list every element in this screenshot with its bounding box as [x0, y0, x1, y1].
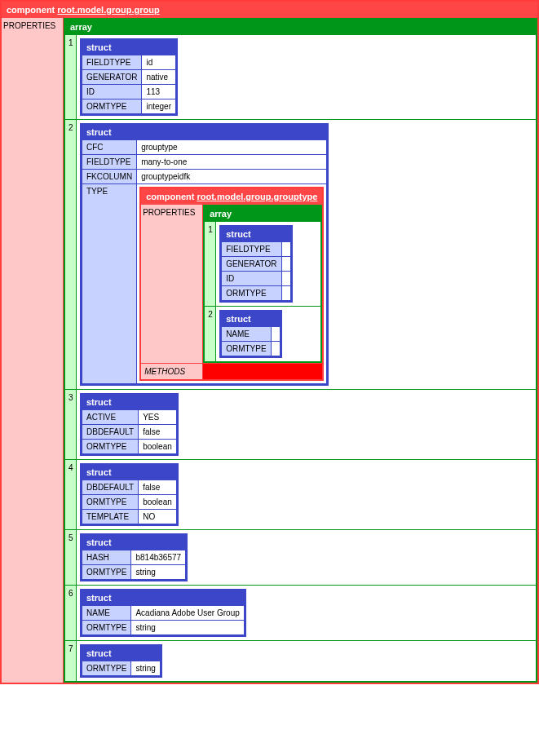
array-row: 4 struct DBDEFAULTfalse ORMTYPEboolean T…: [65, 459, 536, 529]
struct-key: ORMTYPE: [222, 342, 271, 356]
struct-value: boolean: [139, 440, 177, 454]
struct-key: TEMPLATE: [82, 510, 139, 524]
methods-label: METHODS: [141, 363, 203, 379]
array-row: 5 struct HASHb814b36577 ORMTYPEstring: [65, 529, 536, 585]
struct-header: struct: [82, 646, 161, 661]
array-row: 3 struct ACTIVEYES DBDEFAULTfalse ORMTYP…: [65, 389, 536, 459]
struct-value: [281, 257, 290, 272]
array-index: 7: [65, 641, 77, 681]
struct-key: FIELDTYPE: [222, 242, 281, 257]
struct: struct HASHb814b36577 ORMTYPEstring: [80, 533, 188, 581]
struct-header: struct: [82, 40, 176, 55]
struct-value: b814b36577: [131, 550, 186, 565]
struct-key: ORMTYPE: [82, 99, 142, 114]
struct-key: ORMTYPE: [82, 565, 131, 580]
properties-label: PROPERTIES: [141, 205, 203, 363]
struct-key: ID: [82, 85, 142, 99]
array-index: 2: [65, 120, 77, 389]
component-dump: component root.model.group.group PROPERT…: [0, 0, 539, 684]
struct-key: GENERATOR: [222, 257, 281, 272]
array-index: 6: [65, 586, 77, 640]
struct-header: struct: [221, 227, 290, 241]
struct-key: CFC: [82, 140, 137, 155]
component-link[interactable]: root.model.group.grouptype: [197, 192, 317, 201]
component-header: component root.model.group.grouptype: [141, 188, 322, 205]
array-row: 1 struct FIELDTYPE: [205, 221, 320, 306]
struct: struct NAMEAcadiana Adobe User Group ORM…: [80, 589, 246, 637]
struct-key: ORMTYPE: [82, 495, 139, 510]
struct: struct ACTIVEYES DBDEFAULTfalse ORMTYPEb…: [80, 393, 179, 456]
properties-array: array 1 struct FIELDTYPEid GENERATORnati…: [64, 18, 537, 683]
struct-value: NO: [139, 510, 177, 524]
struct-key: ACTIVE: [82, 410, 139, 425]
array-index: 2: [205, 307, 216, 361]
struct-value: YES: [139, 410, 177, 425]
struct-value: grouptypeidfk: [137, 170, 327, 184]
struct-key: ID: [222, 272, 281, 286]
component-link[interactable]: root.model.group.group: [57, 5, 159, 15]
struct-value: string: [131, 565, 186, 580]
struct-key: DBDEFAULT: [82, 480, 139, 495]
array-row: 2 struct CFCgrouptype FIELDTYPEmany-to-o…: [65, 119, 536, 389]
properties-array: array 1 struct: [203, 205, 322, 363]
array-header: array: [65, 20, 536, 34]
struct-key: ORMTYPE: [82, 621, 131, 635]
struct-key: DBDEFAULT: [82, 425, 139, 440]
struct-header: struct: [82, 465, 177, 480]
nested-component: component root.model.group.grouptype PRO…: [139, 187, 324, 381]
array-index: 1: [205, 222, 216, 306]
struct-header: struct: [82, 535, 186, 550]
struct-value: false: [139, 480, 177, 495]
struct-key: ORMTYPE: [82, 440, 139, 454]
struct-value: many-to-one: [137, 155, 327, 170]
struct-header: struct: [82, 395, 177, 409]
struct-value: Acadiana Adobe User Group: [131, 606, 244, 621]
array-index: 1: [65, 35, 77, 119]
methods-body: [203, 363, 322, 379]
struct-key: GENERATOR: [82, 70, 142, 85]
struct-value: integer: [142, 99, 176, 114]
array-row: 2 struct NAME: [205, 306, 320, 361]
array-index: 5: [65, 530, 77, 585]
struct-value: 113: [142, 85, 176, 99]
array-index: 4: [65, 460, 77, 529]
properties-label: PROPERTIES: [2, 18, 64, 683]
struct-value: [271, 327, 280, 342]
struct-key: ORMTYPE: [82, 661, 131, 676]
struct-value: boolean: [139, 495, 177, 510]
struct-key: FIELDTYPE: [82, 55, 142, 70]
component-header: component root.model.group.group: [2, 2, 537, 18]
struct-value: id: [142, 55, 176, 70]
struct: struct FIELDTYPEid GENERATORnative ID113…: [80, 38, 178, 116]
struct: struct NAME ORMTYPE: [219, 310, 281, 358]
struct-value: grouptype: [137, 140, 327, 155]
struct-key: ORMTYPE: [222, 286, 281, 301]
struct-key: FIELDTYPE: [82, 155, 137, 170]
struct-value: [271, 342, 280, 356]
struct-key: TYPE: [82, 184, 137, 384]
struct-value: [281, 286, 290, 301]
struct: struct ORMTYPEstring: [80, 644, 162, 678]
struct-value: [281, 272, 290, 286]
struct: struct CFCgrouptype FIELDTYPEmany-to-one…: [80, 123, 329, 386]
struct-value: false: [139, 425, 177, 440]
struct-header: struct: [82, 590, 245, 605]
struct-header: struct: [221, 312, 280, 326]
struct-value: string: [131, 621, 244, 635]
array-header: array: [205, 206, 320, 221]
component-label: component: [146, 192, 194, 201]
struct: struct FIELDTYPE GENERATOR ID: [219, 225, 292, 303]
component-label: component: [7, 5, 55, 15]
struct: struct DBDEFAULTfalse ORMTYPEboolean TEM…: [80, 463, 179, 526]
array-row: 7 struct ORMTYPEstring: [65, 640, 536, 681]
struct-value: native: [142, 70, 176, 85]
array-row: 1 struct FIELDTYPEid GENERATORnative ID1…: [65, 34, 536, 119]
struct-key: NAME: [82, 606, 131, 621]
array-index: 3: [65, 390, 77, 459]
struct-value: string: [131, 661, 160, 676]
struct-value: [281, 242, 290, 257]
array-row: 6 struct NAMEAcadiana Adobe User Group O…: [65, 585, 536, 640]
struct-header: struct: [82, 125, 327, 139]
struct-key: HASH: [82, 550, 131, 565]
struct-key: FKCOLUMN: [82, 170, 137, 184]
